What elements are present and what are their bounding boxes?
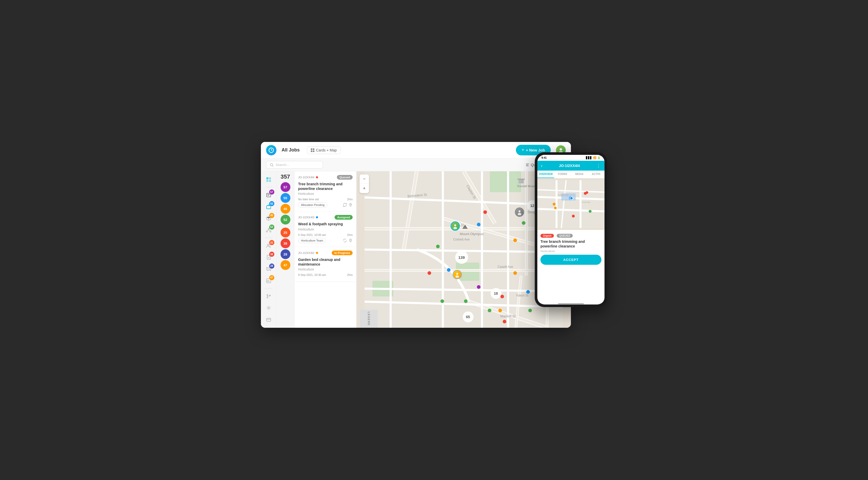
svg-point-67 [519, 210, 521, 212]
sidebar-item-maps[interactable]: 28 [264, 264, 274, 274]
phone-badges: Urgent QUEUED [540, 233, 601, 238]
job-id-1: JO-1I2XX4I4 [298, 176, 314, 179]
svg-rect-15 [266, 180, 269, 182]
zoom-out-button[interactable]: − [360, 174, 369, 184]
phone-back-button[interactable]: ‹ [541, 163, 542, 169]
svg-text:Caselli Ave: Caselli Ave [498, 265, 513, 269]
svg-point-66 [454, 227, 457, 229]
phone-map-marker-3 [554, 207, 557, 209]
sidebar-item-active-jobs[interactable]: 55 [264, 202, 274, 212]
sidebar-item-people[interactable]: 25 [264, 241, 274, 250]
assets-badge: 45 [269, 213, 274, 218]
phone-tab-activity[interactable]: ACTIVI [588, 171, 604, 178]
urgent-badge: Urgent [540, 234, 554, 238]
sidebar-item-connections[interactable]: 52 [264, 225, 274, 235]
sidebar-item-settings[interactable] [264, 303, 274, 313]
phone-map-marker-1 [570, 196, 573, 200]
svg-rect-20 [267, 206, 271, 209]
map-marker-red-1 [483, 210, 487, 214]
count-item-2[interactable]: 55 [281, 193, 290, 203]
grid-icon [266, 177, 271, 182]
job-title-3: Garden bed cleanup and maintenance [298, 257, 352, 267]
svg-text:Corbett Ave: Corbett Ave [454, 238, 470, 241]
svg-point-21 [268, 228, 269, 230]
job-duration-2: 2hrs [347, 233, 352, 236]
map-marker-red-3 [500, 295, 504, 298]
job-card-1[interactable]: JO-1I2XX4I4 Queued Tree branch trimming … [294, 171, 356, 211]
svg-point-7 [271, 163, 273, 166]
sidebar: 57 55 45 [261, 171, 276, 328]
svg-rect-61 [519, 179, 524, 183]
git-icon [266, 294, 271, 299]
svg-rect-42 [267, 318, 271, 321]
sub-header: Search... Queries Filters [261, 159, 571, 171]
wifi-icon: 📶 [593, 157, 596, 159]
zoom-in-button[interactable]: + [360, 184, 369, 193]
map-marker-orange-4 [498, 309, 502, 312]
home-bar [558, 303, 584, 304]
jobs-badge: 57 [269, 190, 274, 195]
svg-line-25 [269, 230, 270, 231]
phone-menu-button[interactable]: ⋮ [596, 163, 601, 169]
maps-badge: 28 [269, 264, 274, 269]
job-footer-2: 5 Sep 2021, 10:00 am 2hrs [298, 233, 352, 236]
new-job-icon: + [522, 147, 524, 153]
svg-point-75 [553, 203, 555, 205]
job-card-2[interactable]: JO-1I2XX4I3 Assigned Weed & footpath spr… [294, 211, 356, 247]
map-cluster-65[interactable]: 65 [463, 311, 473, 322]
job-card-3-header: JO-1I2XX4I2 In Progress [298, 250, 352, 255]
map-marker-green-7 [528, 309, 532, 312]
svg-point-45 [350, 239, 351, 240]
count-item-5[interactable]: 25 [281, 228, 290, 237]
job-category-3: Horticulture [298, 268, 352, 271]
phone-tab-media[interactable]: MEDIA [571, 171, 588, 178]
phone-tab-forms[interactable]: FORMS [554, 171, 571, 178]
sidebar-item-billing[interactable] [264, 315, 274, 324]
phone-map: California St University [537, 178, 604, 230]
pin-icon-2[interactable] [348, 238, 352, 243]
search-icon [270, 163, 274, 167]
phone-job-id: JO-1I2XX4I4 [559, 164, 580, 168]
cycle-icon-1[interactable] [343, 203, 347, 207]
search-box[interactable]: Search... [266, 161, 323, 169]
sidebar-item-assets[interactable]: 45 [264, 213, 274, 224]
job-date-2: 5 Sep 2021, 10:00 am [298, 233, 326, 236]
svg-rect-16 [269, 180, 271, 182]
count-item-7[interactable]: 28 [281, 249, 290, 259]
job-duration-1: 2hrs [347, 198, 352, 201]
billing-icon [266, 317, 271, 322]
sidebar-item-git[interactable] [264, 291, 274, 301]
sidebar-item-dashboard[interactable] [264, 174, 274, 184]
phone-content: Urgent QUEUED Tree branch trimming and p… [537, 230, 604, 303]
pin-icon-1[interactable] [348, 203, 352, 207]
job-actions-1: Allocation Pending [298, 202, 352, 207]
svg-rect-62 [518, 179, 525, 180]
svg-point-76 [589, 210, 592, 213]
job-card-3[interactable]: JO-1I2XX4I2 In Progress Garden bed clean… [294, 247, 356, 282]
count-item-6[interactable]: 38 [281, 238, 290, 248]
cycle-icon-2[interactable] [343, 238, 347, 243]
svg-point-5 [560, 148, 562, 151]
svg-rect-13 [266, 177, 269, 179]
count-item-3[interactable]: 45 [281, 204, 290, 214]
status-badge-2: Assigned [335, 215, 352, 219]
count-item-1[interactable]: 57 [281, 182, 290, 192]
job-dot-1 [316, 176, 318, 178]
status-badge-1: Queued [337, 175, 352, 180]
count-item-4[interactable]: 52 [281, 215, 290, 225]
accept-button[interactable]: ACCEPT [540, 255, 601, 265]
active-jobs-badge: 55 [269, 201, 274, 206]
svg-rect-10 [526, 165, 528, 165]
sidebar-item-documents[interactable]: 38 [264, 252, 274, 262]
map-cluster-139[interactable]: 139 [455, 251, 468, 264]
svg-point-68 [518, 213, 521, 215]
phone-tab-overview[interactable]: OVERVIEW [537, 171, 554, 178]
svg-rect-11 [526, 166, 529, 166]
count-item-8[interactable]: 47 [281, 260, 290, 270]
sidebar-item-reports[interactable]: 47 [264, 276, 274, 286]
job-title-1: Tree branch trimming and powerline clear… [298, 182, 352, 191]
sidebar-item-jobs[interactable]: 57 [264, 190, 274, 200]
view-toggle-button[interactable]: Cards + Map [307, 146, 341, 154]
app-window: All Jobs Cards + Map + + New Job [261, 142, 571, 328]
map-cluster-18[interactable]: 18 [491, 288, 501, 299]
